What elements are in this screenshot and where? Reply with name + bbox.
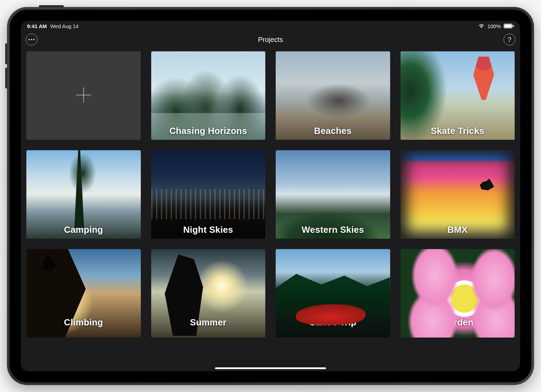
home-indicator[interactable] bbox=[215, 367, 326, 369]
project-title: Skate Tricks bbox=[401, 126, 515, 136]
project-title: Beaches bbox=[276, 126, 390, 136]
ipad-frame: 9:41 AM Wed Aug 14 100% bbox=[7, 7, 534, 385]
svg-point-5 bbox=[33, 39, 35, 40]
status-left: 9:41 AM Wed Aug 14 bbox=[27, 23, 78, 29]
battery-icon bbox=[504, 24, 514, 28]
project-tile-skate-tricks[interactable]: Skate Tricks bbox=[401, 51, 515, 140]
svg-rect-1 bbox=[504, 24, 512, 28]
project-tile-climbing[interactable]: Climbing bbox=[26, 249, 141, 338]
ipad-bezel: 9:41 AM Wed Aug 14 100% bbox=[10, 10, 531, 382]
hardware-volume-down bbox=[5, 68, 7, 88]
question-mark-icon: ? bbox=[507, 36, 511, 43]
new-project-tile[interactable] bbox=[26, 51, 141, 140]
project-title: Garden bbox=[401, 317, 515, 328]
status-time: 9:41 AM bbox=[27, 23, 47, 29]
project-title: Climbing bbox=[26, 317, 141, 328]
project-title: BMX bbox=[401, 224, 515, 235]
project-tile-beaches[interactable]: Beaches bbox=[276, 51, 390, 140]
status-date: Wed Aug 14 bbox=[50, 23, 78, 29]
project-tile-garden[interactable]: Garden bbox=[401, 249, 515, 338]
project-title: Summer bbox=[151, 317, 266, 328]
project-tile-canoe-trip[interactable]: Canoe Trip bbox=[276, 249, 390, 338]
nav-bar: Projects ? bbox=[21, 31, 520, 48]
hardware-volume-up bbox=[5, 43, 7, 64]
project-tile-summer[interactable]: Summer bbox=[151, 249, 266, 338]
help-button[interactable]: ? bbox=[504, 34, 515, 45]
svg-point-3 bbox=[28, 39, 30, 40]
project-tile-chasing-horizons[interactable]: Chasing Horizons bbox=[151, 51, 266, 140]
screen: 9:41 AM Wed Aug 14 100% bbox=[21, 21, 520, 371]
battery-percent: 100% bbox=[488, 23, 501, 29]
projects-grid: Chasing Horizons Beaches Skate Tricks Ca… bbox=[21, 48, 520, 371]
project-tile-camping[interactable]: Camping bbox=[26, 150, 141, 239]
project-tile-western-skies[interactable]: Western Skies bbox=[276, 150, 390, 239]
ellipsis-icon bbox=[28, 39, 35, 40]
hardware-power-button bbox=[39, 5, 64, 7]
project-title: Western Skies bbox=[276, 224, 390, 235]
project-tile-bmx[interactable]: BMX bbox=[401, 150, 515, 239]
more-options-button[interactable] bbox=[26, 34, 37, 45]
project-tile-night-skies[interactable]: Night Skies bbox=[151, 150, 266, 239]
status-bar: 9:41 AM Wed Aug 14 100% bbox=[21, 21, 520, 31]
status-right: 100% bbox=[478, 23, 514, 29]
wifi-icon bbox=[478, 24, 485, 28]
project-title: Night Skies bbox=[151, 224, 266, 235]
project-title: Canoe Trip bbox=[276, 317, 390, 328]
project-title: Chasing Horizons bbox=[151, 126, 266, 136]
plus-icon bbox=[74, 85, 93, 106]
page-title: Projects bbox=[21, 36, 520, 44]
project-title: Camping bbox=[26, 224, 141, 235]
svg-rect-2 bbox=[513, 25, 514, 27]
svg-point-4 bbox=[31, 39, 32, 40]
